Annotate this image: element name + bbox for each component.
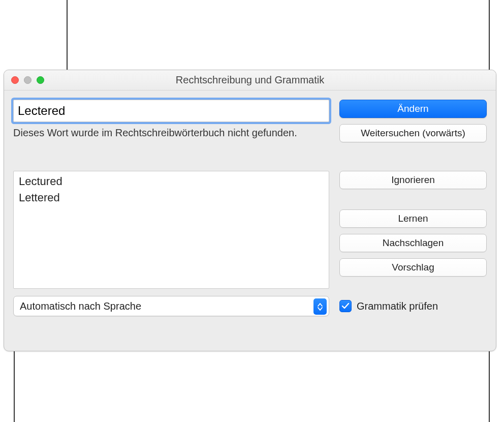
minimize-window-button[interactable] xyxy=(24,76,32,84)
window-title: Rechtschreibung und Grammatik xyxy=(4,74,496,86)
traffic-lights xyxy=(4,76,44,84)
find-next-button[interactable]: Weitersuchen (vorwärts) xyxy=(339,124,487,142)
grammar-checkbox-label: Grammatik prüfen xyxy=(357,300,438,312)
suggestions-list[interactable]: Lectured Lettered xyxy=(13,171,329,289)
zoom-window-button[interactable] xyxy=(37,76,44,84)
close-window-button[interactable] xyxy=(11,76,19,84)
window-content: Dieses Wort wurde im Rechtschreibwörterb… xyxy=(4,91,496,322)
language-select-value: Automatisch nach Sprache xyxy=(20,300,141,312)
suggestion-item[interactable]: Lectured xyxy=(19,173,324,190)
misspelled-word-input[interactable] xyxy=(13,100,329,122)
grammar-checkbox[interactable] xyxy=(339,300,352,312)
spelling-grammar-window: Rechtschreibung und Grammatik Dieses Wor… xyxy=(4,70,496,351)
learn-button[interactable]: Lernen xyxy=(339,209,487,228)
select-arrows-icon xyxy=(313,298,327,315)
suggestion-item[interactable]: Lettered xyxy=(19,190,324,206)
language-select[interactable]: Automatisch nach Sprache xyxy=(13,296,329,316)
ignore-button[interactable]: Ignorieren xyxy=(339,171,487,189)
lookup-button[interactable]: Nachschlagen xyxy=(339,234,487,252)
checkmark-icon xyxy=(341,303,350,310)
status-message: Dieses Wort wurde im Rechtschreibwörterb… xyxy=(13,126,329,140)
change-button[interactable]: Ändern xyxy=(339,100,487,118)
titlebar: Rechtschreibung und Grammatik xyxy=(4,70,496,91)
suggest-button[interactable]: Vorschlag xyxy=(339,258,487,277)
